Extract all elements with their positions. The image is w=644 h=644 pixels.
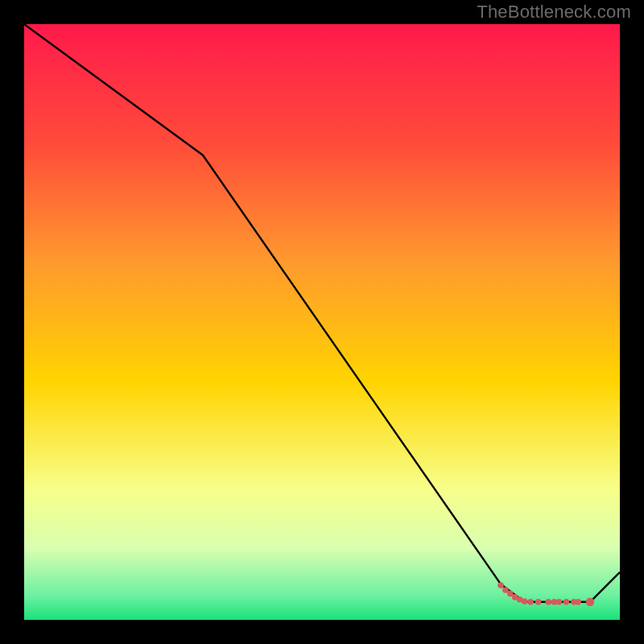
plot-area [24, 24, 620, 620]
data-marker [527, 599, 534, 605]
watermark-label: TheBottleneck.com [477, 2, 631, 23]
data-marker [545, 599, 551, 605]
data-marker [586, 598, 594, 606]
data-marker [556, 599, 563, 605]
data-marker [522, 598, 528, 605]
data-marker [535, 599, 542, 605]
data-marker [575, 599, 581, 605]
data-marker [564, 599, 570, 605]
gradient-background [24, 24, 620, 620]
data-marker [497, 582, 504, 588]
chart-svg [24, 24, 620, 620]
chart-frame: TheBottleneck.com [0, 0, 644, 644]
data-marker [507, 591, 514, 597]
